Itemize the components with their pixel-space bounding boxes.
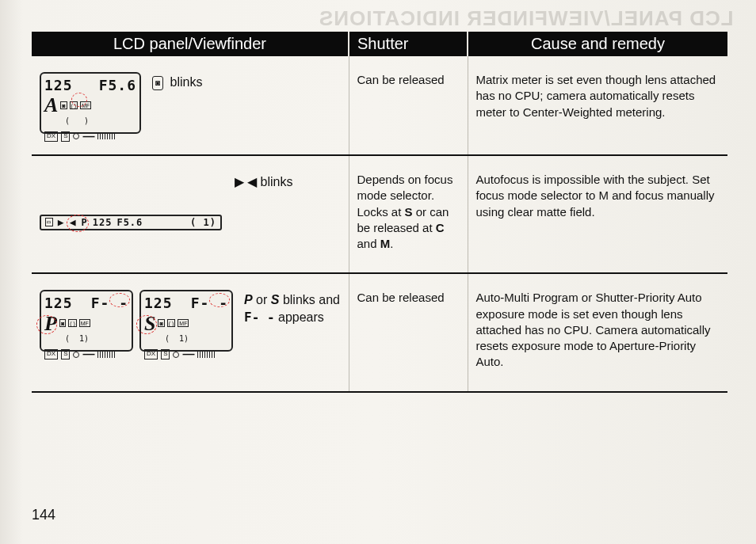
lcd-shutter-speed: 125 — [44, 76, 73, 95]
vf-brackets: ( 1) — [190, 216, 216, 229]
vf-triangle-right-icon: ▶ — [58, 215, 65, 230]
lcd-meter-icon: ◙ — [60, 101, 67, 109]
lcd-brackets: ( 1) — [65, 333, 128, 344]
lcd-dx-icon: DX — [44, 349, 58, 359]
lcd-panel-diagram: 125 F- - P ◙ ( ) MF ( 1) — [40, 290, 133, 352]
vf-shutter-speed: 125 — [93, 216, 113, 229]
page: LCD PANEL/VIEWFINDER INDICATIONS LCD pan… — [0, 0, 756, 544]
cell-cause: Auto-Multi Program or Shutter-Priority A… — [468, 273, 727, 391]
lcd-panel-diagram: 125 F5.6 A ◙ ( ) MF ( ) DX — [40, 72, 141, 134]
lcd-aperture: F5.6 — [99, 76, 136, 95]
cell-lcd: 125 F- - P ◙ ( ) MF ( 1) — [32, 273, 349, 391]
red-highlight-circle — [67, 215, 89, 232]
lcd-meter-icon: ◙ — [158, 319, 164, 327]
lcd-shutter-speed: 125 — [44, 294, 73, 313]
page-number: 144 — [32, 507, 55, 523]
header-lcd: LCD panel/Viewfinder — [32, 32, 349, 56]
cell-shutter: Can be released — [349, 273, 468, 391]
table-row: 125 F- - P ◙ ( ) MF ( 1) — [32, 273, 727, 391]
table-row: 125 F5.6 A ◙ ( ) MF ( ) DX — [32, 56, 727, 155]
lcd-s-icon: S — [61, 131, 70, 142]
vf-aperture: F5.6 — [116, 216, 143, 229]
header-shutter: Shutter — [349, 32, 468, 56]
lcd-panel-diagram: 125 F- - S ◙ ( ) MF ( 1) — [139, 290, 233, 352]
vf-af-icon: ▭ — [45, 218, 53, 226]
lcd-shutter-speed: 125 — [144, 294, 173, 313]
lcd-mf-icon: MF — [79, 319, 90, 327]
cell-cause: Autofocus is impossible with the subject… — [468, 155, 727, 273]
lcd-circle-icon — [73, 133, 79, 139]
lcd-description: ◙ blinks — [152, 72, 202, 91]
header-cause: Cause and remedy — [468, 32, 727, 56]
lcd-description: ▶ ◀ blinks — [40, 172, 341, 191]
bleed-through-title: LCD PANEL/VIEWFINDER INDICATIONS — [319, 6, 734, 31]
lcd-s-icon: S — [161, 349, 170, 359]
red-highlight-circle — [71, 93, 87, 107]
lcd-dx-icon: DX — [44, 131, 58, 142]
cell-cause: Matrix meter is set even though lens att… — [468, 56, 727, 155]
cell-lcd: 125 F5.6 A ◙ ( ) MF ( ) DX — [32, 56, 349, 155]
viewfinder-strip-diagram: ▭ ▶ ◀ P 125 F5.6 ( 1) — [40, 215, 222, 230]
table-row: ▶ ◀ blinks ▭ ▶ ◀ P 125 F5.6 ( 1) Depends… — [32, 155, 727, 273]
lcd-brackets: ( 1) — [165, 333, 228, 344]
cell-shutter: Depends on focus mode selector. Locks at… — [349, 155, 468, 273]
lcd-box-icon: ( ) — [167, 319, 176, 327]
lcd-mode-letter: A — [44, 96, 58, 114]
cell-shutter: Can be released — [349, 56, 468, 155]
lcd-bars-icon — [97, 133, 115, 139]
lcd-box-icon: ( ) — [68, 319, 77, 327]
table-header-row: LCD panel/Viewfinder Shutter Cause and r… — [32, 32, 727, 56]
lcd-bars-icon — [97, 352, 115, 358]
lcd-description: P or S blinks and F- - appears — [244, 290, 341, 325]
lcd-brackets: ( ) — [65, 116, 136, 127]
lcd-circle-icon — [173, 352, 179, 358]
lcd-s-icon: S — [61, 349, 70, 359]
lcd-dx-icon: DX — [144, 349, 158, 359]
lcd-mf-icon: MF — [178, 319, 189, 327]
cell-lcd: ▶ ◀ blinks ▭ ▶ ◀ P 125 F5.6 ( 1) — [32, 155, 349, 273]
lcd-circle-icon — [73, 352, 79, 358]
lcd-meter-icon: ◙ — [59, 319, 66, 327]
lcd-bars-icon — [197, 352, 215, 358]
troubleshoot-table: LCD panel/Viewfinder Shutter Cause and r… — [32, 32, 727, 393]
